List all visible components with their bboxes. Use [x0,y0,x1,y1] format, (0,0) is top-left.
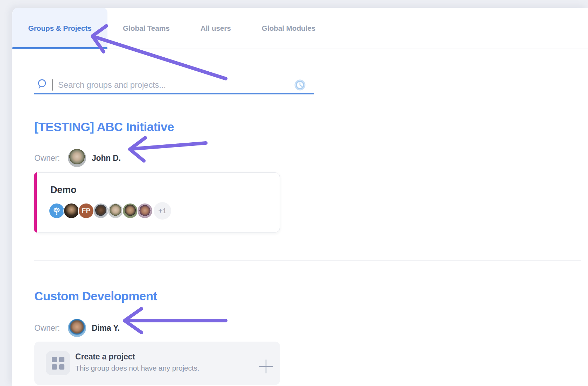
search-icon [36,79,48,91]
search-input[interactable] [58,80,289,90]
owner-avatar-dima [68,319,86,337]
owner-avatar-john [68,149,86,167]
owner-name: John D. [92,153,121,163]
project-card-demo[interactable]: Demo FP [34,172,280,233]
tab-label: Global Modules [262,24,316,33]
create-project-card[interactable]: Create a project This group does not hav… [34,342,280,385]
tab-label: All users [201,24,231,33]
recent-searches-button[interactable] [294,79,306,91]
clock-icon [294,79,306,91]
search-bar [34,76,314,94]
section-divider [34,260,581,261]
member-photo-avatar [93,203,109,219]
group-title-custom-development[interactable]: Custom Development [34,290,157,303]
grid-tile-icon [46,351,70,375]
team-logo-avatar [49,203,65,219]
project-accent-bar [34,172,37,233]
tab-all-users[interactable]: All users [185,8,246,49]
tab-groups-and-projects[interactable]: Groups & Projects [12,8,107,49]
create-project-subtitle: This group does not have any projects. [75,364,199,372]
project-members-avatar-stack: FP +1 [49,202,171,220]
squares-grid-icon [52,357,64,370]
tab-global-teams[interactable]: Global Teams [107,8,185,49]
member-photo-avatar [137,203,153,219]
tab-bar: Groups & Projects Global Teams All users… [12,8,588,49]
member-photo-avatar [63,203,79,219]
tab-label: Groups & Projects [28,24,92,33]
main-panel: Groups & Projects Global Teams All users… [12,8,588,386]
add-project-button[interactable] [258,359,274,374]
member-photo-avatar [107,203,124,219]
create-project-title: Create a project [75,352,135,362]
members-overflow-badge[interactable]: +1 [154,202,171,220]
group-title-testing-abc-initiative[interactable]: [TESTING] ABC Initiative [34,120,174,134]
member-initials-avatar: FP [78,203,94,219]
plus-icon [258,359,274,374]
text-cursor [52,79,53,91]
group-owner-row: Owner: Dima Y. [34,319,120,337]
owner-label: Owner: [34,323,60,333]
tab-global-modules[interactable]: Global Modules [246,8,331,49]
owner-label: Owner: [34,153,60,163]
group-owner-row: Owner: John D. [34,149,121,167]
member-photo-avatar [122,203,138,219]
admin-groups-page: Groups & Projects Global Teams All users… [0,0,588,386]
tab-label: Global Teams [123,24,170,33]
owner-name: Dima Y. [92,323,120,333]
active-tab-underline [12,47,107,49]
project-name: Demo [50,185,76,195]
